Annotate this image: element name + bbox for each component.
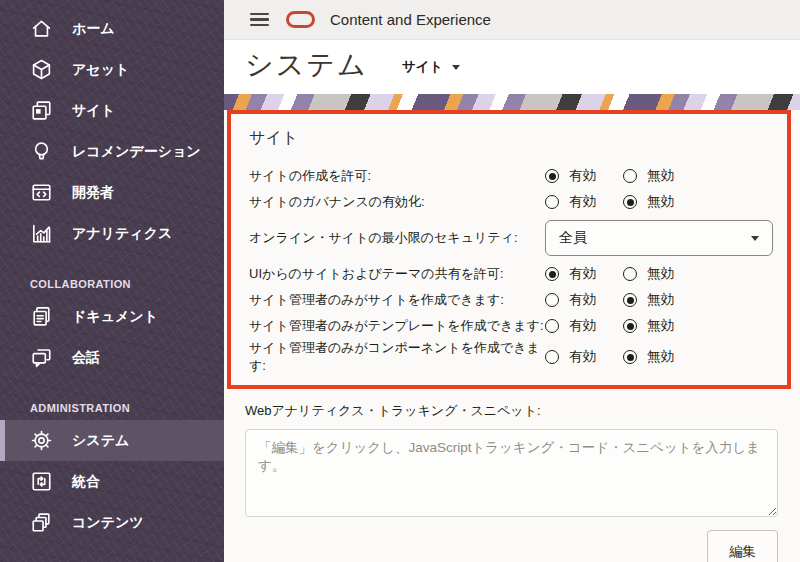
setting-row: サイト管理者のみがテンプレートを作成できます:有効無効	[249, 313, 773, 339]
topbar: Content and Experience	[224, 0, 800, 40]
setting-label: サイトのガバナンスの有効化:	[249, 193, 545, 211]
sidebar-item-sites[interactable]: サイト	[0, 90, 224, 131]
radio-label-disabled: 無効	[647, 291, 674, 309]
setting-row: サイトの作成を許可:有効無効	[249, 163, 773, 189]
edit-button[interactable]: 編集	[707, 530, 778, 562]
setting-row: UIからのサイトおよびテーマの共有を許可:有効無効	[249, 261, 773, 287]
setting-label: サイト管理者のみがサイトを作成できます:	[249, 291, 545, 309]
sidebar-item-label: ドキュメント	[72, 308, 158, 326]
radio-group: 有効無効	[545, 348, 701, 366]
button-row: 編集	[245, 530, 778, 562]
radio-enabled[interactable]	[545, 195, 559, 209]
radio-option-disabled[interactable]: 無効	[623, 193, 674, 211]
chevron-down-icon	[751, 236, 759, 241]
conversations-icon	[29, 346, 53, 370]
setting-row: サイト管理者のみがサイトを作成できます:有効無効	[249, 287, 773, 313]
radio-label-enabled: 有効	[569, 348, 596, 366]
documents-icon	[29, 305, 53, 329]
scope-selector-dropdown[interactable]: サイト	[402, 58, 460, 76]
sidebar-item-conversations[interactable]: 会話	[0, 337, 224, 378]
radio-enabled[interactable]	[545, 169, 559, 183]
oracle-logo-icon	[286, 11, 315, 28]
banner-pattern-image	[224, 94, 800, 110]
radio-option-enabled[interactable]: 有効	[545, 193, 596, 211]
radio-label-disabled: 無効	[647, 193, 674, 211]
radio-enabled[interactable]	[545, 267, 559, 281]
sidebar-section-label: COLLABORATION	[0, 254, 224, 296]
radio-option-disabled[interactable]: 無効	[623, 291, 674, 309]
chevron-down-icon	[452, 65, 460, 70]
sidebar-item-developer[interactable]: 開発者	[0, 172, 224, 213]
radio-disabled[interactable]	[623, 267, 637, 281]
integration-icon	[29, 470, 53, 494]
analytics-snippet-textarea[interactable]	[245, 429, 778, 517]
radio-option-disabled[interactable]: 無効	[623, 348, 674, 366]
setting-row: オンライン・サイトの最小限のセキュリティ:全員	[249, 220, 773, 256]
sidebar-item-recommendations[interactable]: レコメンデーション	[0, 131, 224, 172]
radio-group: 有効無効	[545, 193, 701, 211]
radio-label-disabled: 無効	[647, 167, 674, 185]
titlebar: システム サイト	[224, 40, 800, 88]
sidebar-item-analytics[interactable]: アナリティクス	[0, 213, 224, 254]
sidebar-item-label: システム	[72, 432, 129, 450]
radio-enabled[interactable]	[545, 350, 559, 364]
radio-option-enabled[interactable]: 有効	[545, 348, 596, 366]
security-dropdown[interactable]: 全員	[545, 220, 773, 256]
sidebar-section-label: ADMINISTRATION	[0, 378, 224, 420]
recommendations-icon	[29, 140, 53, 164]
sidebar-item-label: ホーム	[72, 20, 115, 38]
radio-option-enabled[interactable]: 有効	[545, 317, 596, 335]
app-window: ホームアセットサイトレコメンデーション開発者アナリティクスCOLLABORATI…	[0, 0, 800, 562]
setting-row: サイト管理者のみがコンポーネントを作成できます:有効無効	[249, 339, 773, 375]
radio-label-enabled: 有効	[569, 167, 596, 185]
radio-option-enabled[interactable]: 有効	[545, 265, 596, 283]
sidebar-item-label: レコメンデーション	[72, 143, 201, 161]
radio-option-enabled[interactable]: 有効	[545, 167, 596, 185]
app-title: Content and Experience	[330, 11, 491, 28]
sidebar-item-home[interactable]: ホーム	[0, 8, 224, 49]
sidebar-item-system[interactable]: システム	[0, 420, 224, 461]
site-settings-panel-annotation-highlight: サイト サイトの作成を許可:有効無効サイトのガバナンスの有効化:有効無効オンライ…	[227, 110, 791, 389]
radio-option-disabled[interactable]: 無効	[623, 265, 674, 283]
radio-label-disabled: 無効	[647, 265, 674, 283]
content-icon	[29, 511, 53, 535]
radio-label-enabled: 有効	[569, 291, 596, 309]
sidebar-item-label: アナリティクス	[72, 225, 172, 243]
radio-option-disabled[interactable]: 無効	[623, 167, 674, 185]
sidebar-item-label: サイト	[72, 102, 115, 120]
home-icon	[29, 17, 53, 41]
radio-disabled[interactable]	[623, 293, 637, 307]
hamburger-menu-icon[interactable]	[250, 13, 269, 26]
settings-rows: サイトの作成を許可:有効無効サイトのガバナンスの有効化:有効無効オンライン・サイ…	[249, 163, 773, 375]
setting-label: サイトの作成を許可:	[249, 167, 545, 185]
radio-group: 有効無効	[545, 317, 701, 335]
security-dropdown-value: 全員	[559, 229, 587, 247]
developer-icon	[29, 181, 53, 205]
radio-option-enabled[interactable]: 有効	[545, 291, 596, 309]
scope-selector-label: サイト	[402, 58, 443, 76]
radio-disabled[interactable]	[623, 350, 637, 364]
radio-group: 有効無効	[545, 167, 701, 185]
sidebar-item-content[interactable]: コンテンツ	[0, 502, 224, 543]
sidebar-item-label: 会話	[72, 349, 100, 367]
radio-label-disabled: 無効	[647, 317, 674, 335]
page-title: システム	[245, 46, 368, 84]
radio-label-enabled: 有効	[569, 193, 596, 211]
sidebar-item-label: アセット	[72, 61, 129, 79]
radio-disabled[interactable]	[623, 319, 637, 333]
radio-disabled[interactable]	[623, 169, 637, 183]
analytics-snippet-label: Webアナリティクス・トラッキング・スニペット:	[245, 402, 778, 420]
radio-enabled[interactable]	[545, 319, 559, 333]
radio-disabled[interactable]	[623, 195, 637, 209]
setting-label: オンライン・サイトの最小限のセキュリティ:	[249, 229, 545, 247]
sidebar-item-assets[interactable]: アセット	[0, 49, 224, 90]
sidebar-item-documents[interactable]: ドキュメント	[0, 296, 224, 337]
radio-option-disabled[interactable]: 無効	[623, 317, 674, 335]
sidebar-item-label: 開発者	[72, 184, 114, 202]
radio-group: 有効無効	[545, 265, 701, 283]
assets-icon	[29, 58, 53, 82]
radio-enabled[interactable]	[545, 293, 559, 307]
sidebar-item-integration[interactable]: 統合	[0, 461, 224, 502]
sites-icon	[29, 99, 53, 123]
setting-label: UIからのサイトおよびテーマの共有を許可:	[249, 265, 545, 283]
